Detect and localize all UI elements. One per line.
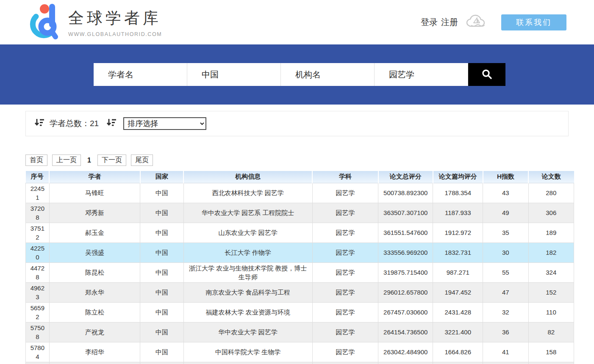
table-cell: 57508 (26, 322, 50, 342)
table-row[interactable]: 44728陈昆松中国浙江大学 农业与生物技术学院 教授，博士生导师园艺学3198… (26, 262, 574, 282)
table-cell: 263042.484900 (378, 342, 433, 362)
table-cell: 306 (528, 203, 574, 223)
table-row[interactable]: 56592陈立松中国福建农林大学 农业资源与环境园艺学267457.030600… (26, 302, 574, 322)
table-cell: 57925 (26, 362, 50, 364)
table-cell: 189 (528, 223, 574, 243)
search-icon (481, 69, 492, 81)
table-cell: 49623 (26, 282, 50, 302)
table-cell: 333556.969200 (378, 243, 433, 262)
table-cell: 110 (528, 302, 574, 322)
table-cell: 园艺学 (312, 322, 378, 342)
table-cell: 158 (528, 342, 574, 362)
table-cell: 1947.452 (433, 282, 483, 302)
table-cell: 华中农业大学 园艺学 (183, 322, 312, 342)
table-cell: 1664.826 (433, 342, 483, 362)
column-header: H指数 (483, 171, 528, 183)
table-cell: 南京农业大学 (183, 362, 312, 364)
table-cell: 中国 (140, 243, 183, 262)
table-cell: 中国 (140, 183, 183, 203)
table-cell: 中国 (140, 223, 183, 243)
table-row[interactable]: 42250吴强盛中国长江大学 作物学园艺学333556.9692001832.7… (26, 243, 574, 262)
search-navbar (0, 44, 594, 105)
table-cell: 郑永华 (49, 282, 140, 302)
sort-descending-icon (106, 119, 117, 129)
pagination: 首页 上一页 1 下一页 尾页 (25, 154, 594, 166)
logo-icon (28, 3, 59, 42)
discipline-input[interactable] (375, 63, 468, 86)
table-cell: 280 (528, 183, 574, 203)
table-cell: 马锋旺 (49, 183, 140, 203)
results-toolbar: 学者总数：21 排序选择 (25, 111, 569, 136)
table-cell: 园艺学 (312, 362, 378, 364)
table-cell: 吴强盛 (49, 243, 140, 262)
table-row[interactable]: 22451马锋旺中国西北农林科技大学 园艺学园艺学500738.89230017… (26, 183, 574, 203)
top-header: 全球学者库 WWW.GLOBALAUTHORID.COM 登录 注册 联系我们 (0, 0, 594, 44)
table-cell: 1187.933 (433, 203, 483, 223)
table-cell: 园艺学 (312, 262, 378, 282)
table-cell: 园艺学 (312, 223, 378, 243)
table-row[interactable]: 49623郑永华中国南京农业大学 食品科学与工程园艺学296012.657800… (26, 282, 574, 302)
site-url: WWW.GLOBALAUTHORID.COM (68, 31, 162, 37)
table-row[interactable]: 57804李绍华中国中国科学院大学 生物学园艺学263042.484900166… (26, 342, 574, 362)
table-cell: 浙江大学 农业与生物技术学院 教授，博士生导师 (183, 262, 312, 282)
table-cell: 37512 (26, 223, 50, 243)
table-cell: 南京农业大学 食品科学与工程 (183, 282, 312, 302)
search-button[interactable] (468, 63, 505, 86)
table-cell: 82 (528, 322, 574, 342)
column-header: 学者 (49, 171, 140, 183)
table-cell: 36 (483, 322, 528, 342)
contact-us-button[interactable]: 联系我们 (501, 14, 566, 30)
table-cell: 长江大学 作物学 (183, 243, 312, 262)
current-page-indicator: 1 (86, 157, 93, 164)
site-logo[interactable]: 全球学者库 WWW.GLOBALAUTHORID.COM (28, 3, 162, 42)
table-cell: 中国 (140, 262, 183, 282)
table-cell: 园艺学 (312, 203, 378, 223)
table-row[interactable]: 37512郝玉金中国山东农业大学 园艺学园艺学361551.5476001912… (26, 223, 574, 243)
country-input[interactable] (187, 63, 281, 86)
table-cell: 44728 (26, 262, 50, 282)
table-cell: 福建农林大学 农业资源与环境 (183, 302, 312, 322)
table-cell: 中国 (140, 203, 183, 223)
table-row[interactable]: 57925Zhang, Shaoling中国南京农业大学园艺学262527.80… (26, 362, 574, 364)
table-cell: 32 (483, 302, 528, 322)
table-cell: 园艺学 (312, 342, 378, 362)
scholars-table: 序号学者国家机构信息学科论文总评分论文篇均评分H指数论文数 22451马锋旺中国… (25, 171, 574, 364)
table-cell: 32 (483, 362, 528, 364)
scholar-name-input[interactable] (94, 63, 187, 86)
table-cell: 中国 (140, 322, 183, 342)
table-cell: 264154.736500 (378, 322, 433, 342)
column-header: 论文数 (528, 171, 574, 183)
institution-input[interactable] (281, 63, 375, 86)
login-link[interactable]: 登录 (421, 17, 438, 28)
next-page-button[interactable]: 下一页 (97, 154, 126, 166)
first-page-button[interactable]: 首页 (25, 154, 47, 166)
table-cell: 319875.715400 (378, 262, 433, 282)
table-cell: 1832.731 (433, 243, 483, 262)
table-row[interactable]: 57508产祝龙中国华中农业大学 园艺学园艺学264154.7365003221… (26, 322, 574, 342)
register-link[interactable]: 注册 (441, 17, 458, 28)
table-cell: 1788.354 (433, 183, 483, 203)
table-cell: 西北农林科技大学 园艺学 (183, 183, 312, 203)
table-cell: 1232.525 (433, 362, 483, 364)
last-page-button[interactable]: 尾页 (131, 154, 153, 166)
column-header: 论文篇均评分 (433, 171, 483, 183)
table-cell: 361551.547600 (378, 223, 433, 243)
cloud-sailboat-icon (466, 13, 489, 32)
column-header: 国家 (140, 171, 183, 183)
table-cell: 华中农业大学 园艺系 工程院院士 (183, 203, 312, 223)
table-row[interactable]: 37208邓秀新中国华中农业大学 园艺系 工程院院士园艺学363507.3071… (26, 203, 574, 223)
table-cell: 产祝龙 (49, 322, 140, 342)
table-cell: 山东农业大学 园艺学 (183, 223, 312, 243)
table-cell: 中国 (140, 282, 183, 302)
table-cell: 42250 (26, 243, 50, 262)
table-cell: 郝玉金 (49, 223, 140, 243)
table-cell: 152 (528, 282, 574, 302)
sort-select[interactable]: 排序选择 (123, 117, 206, 130)
table-cell: 267457.030600 (378, 302, 433, 322)
table-header-row: 序号学者国家机构信息学科论文总评分论文篇均评分H指数论文数 (26, 171, 574, 183)
table-cell: 园艺学 (312, 183, 378, 203)
table-cell: 56592 (26, 302, 50, 322)
table-cell: Zhang, Shaoling (49, 362, 140, 364)
prev-page-button[interactable]: 上一页 (52, 154, 81, 166)
table-cell: 陈立松 (49, 302, 140, 322)
